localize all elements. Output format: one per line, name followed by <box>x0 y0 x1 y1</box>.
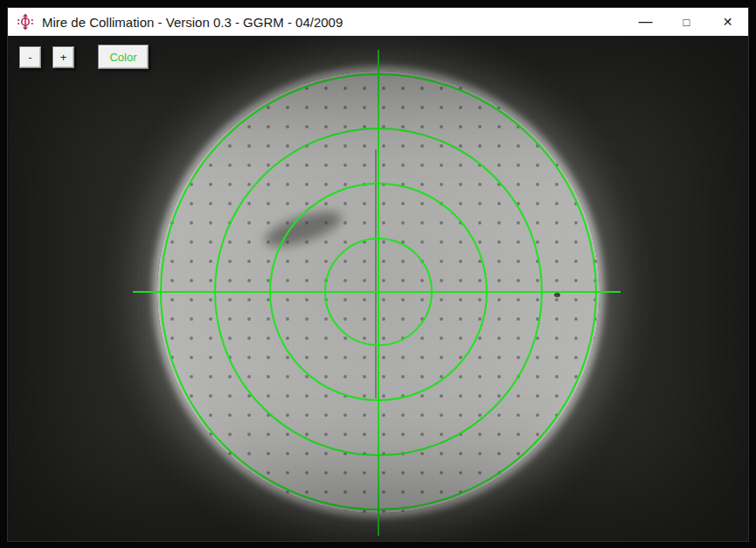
zoom-out-button[interactable]: - <box>19 46 41 68</box>
title-bar[interactable]: Mire de Collimation - Version 0.3 - GGRM… <box>8 8 748 36</box>
window-title: Mire de Collimation - Version 0.3 - GGRM… <box>42 15 343 30</box>
minimize-button[interactable]: — <box>625 8 666 36</box>
camera-view: - + Color <box>9 36 747 541</box>
zoom-in-button[interactable]: + <box>52 46 74 68</box>
app-window: Mire de Collimation - Version 0.3 - GGRM… <box>7 7 749 542</box>
window-controls: — □ ✕ <box>625 8 748 36</box>
dust-speck <box>554 293 560 297</box>
target-disc <box>157 71 600 513</box>
target-wire-shadow <box>375 149 377 399</box>
color-button-label: Color <box>109 51 136 64</box>
color-button[interactable]: Color <box>98 45 149 69</box>
close-button[interactable]: ✕ <box>707 8 748 36</box>
maximize-button[interactable]: □ <box>666 8 707 36</box>
collimation-crosshair-icon <box>17 13 34 31</box>
dot-grid-pattern <box>157 71 600 513</box>
